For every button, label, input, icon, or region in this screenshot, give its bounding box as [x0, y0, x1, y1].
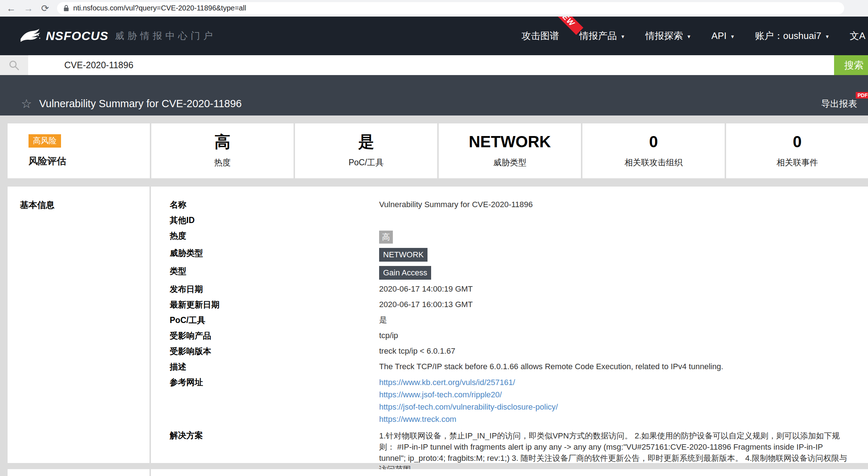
field-value: 是: [379, 315, 387, 325]
nav-item-4[interactable]: API▼: [711, 30, 735, 42]
reference-links: https://www.kb.cert.org/vuls/id/257161/h…: [379, 377, 558, 425]
field-label: 受影响版本: [170, 346, 379, 356]
nav-item-label: 攻击图谱: [522, 30, 559, 42]
summary-card-1: 高风险风险评估: [8, 123, 150, 178]
value-badge: NETWORK: [379, 248, 428, 262]
brand[interactable]: NSFOCUS: [20, 28, 108, 44]
card-label: 相关联攻击组织: [625, 157, 683, 168]
brand-name: NSFOCUS: [46, 29, 108, 43]
field-label: 受影响产品: [170, 331, 379, 341]
nav-item-1[interactable]: 攻击图谱NEW: [522, 30, 559, 42]
field-value: treck tcp/ip < 6.0.1.67: [379, 346, 455, 356]
field-row: 威胁类型NETWORK: [170, 248, 868, 262]
summary-card-4: NETWORK威胁类型: [439, 123, 581, 178]
field-label: 威胁类型: [170, 248, 379, 262]
field-value: 1.针对物联网设备，禁止IP_IN_IP的访问，即类似VPN方式的数据访问。 2…: [379, 430, 849, 475]
risk-level-badge: 高风险: [29, 134, 61, 147]
reference-link[interactable]: https://www.jsof-tech.com/ripple20/: [379, 389, 558, 400]
card-value: NETWORK: [469, 134, 551, 150]
basic-info-panel: 名称Vulnerability Summary for CVE-2020-118…: [151, 187, 868, 463]
nav-menu: 攻击图谱NEW情报产品▼情报探索▼API▼账户：oushuai7▼文A E: [522, 30, 868, 42]
url-bar[interactable]: nti.nsfocus.com/vul?query=CVE-2020-11896…: [57, 2, 844, 14]
summary-card-3: 是PoC/工具: [295, 123, 437, 178]
back-icon[interactable]: ←: [6, 4, 16, 13]
next-section-sidebar: [8, 469, 149, 476]
portal-tagline: 威胁情报中心门户: [115, 30, 216, 42]
value-badge: 高: [379, 231, 393, 244]
field-label: 参考网址: [170, 377, 379, 425]
card-label: 威胁类型: [493, 157, 526, 168]
forward-icon[interactable]: →: [24, 4, 33, 13]
field-label: 解决方案: [170, 430, 379, 475]
search-button[interactable]: 搜索: [834, 55, 868, 75]
card-label: PoC/工具: [348, 157, 383, 168]
export-report-button[interactable]: 导出报表 PDF: [821, 98, 857, 110]
nav-item-label: 情报探索: [645, 30, 683, 42]
field-label: 类型: [170, 266, 379, 280]
section-title: 基本信息: [20, 200, 55, 210]
chevron-down-icon: ▼: [621, 34, 625, 39]
card-value: 0: [649, 134, 658, 150]
chevron-down-icon: ▼: [730, 34, 735, 39]
field-label: 发布日期: [170, 284, 379, 294]
field-row: 名称Vulnerability Summary for CVE-2020-118…: [170, 200, 868, 210]
nav-item-label: 情报产品: [580, 30, 617, 42]
card-value: 是: [358, 134, 374, 150]
field-label: 热度: [170, 231, 379, 244]
chevron-down-icon: ▼: [686, 34, 691, 39]
page-title: Vulnerability Summary for CVE-2020-11896: [39, 98, 242, 110]
card-value: 0: [793, 134, 802, 150]
export-pdf-badge: PDF: [856, 92, 868, 99]
summary-cards: 高风险风险评估高热度是PoC/工具NETWORK威胁类型0相关联攻击组织0相关联…: [8, 123, 868, 178]
field-value: Vulnerability Summary for CVE-2020-11896: [379, 200, 533, 210]
reference-link[interactable]: https://www.kb.cert.org/vuls/id/257161/: [379, 377, 558, 388]
field-label: 其他ID: [170, 215, 379, 225]
nav-item-2[interactable]: 情报产品▼: [580, 30, 625, 42]
reload-icon[interactable]: ⟳: [41, 4, 49, 13]
title-band: ☆ Vulnerability Summary for CVE-2020-118…: [0, 75, 868, 115]
nsfocus-logo-icon: [20, 28, 41, 44]
card-value: 高: [214, 134, 230, 150]
field-label: 名称: [170, 200, 379, 210]
url-text: nti.nsfocus.com/vul?query=CVE-2020-11896…: [73, 4, 246, 12]
card-label: 热度: [214, 157, 231, 168]
next-section-panel: [151, 469, 868, 476]
top-navbar: NSFOCUS 威胁情报中心门户 攻击图谱NEW情报产品▼情报探索▼API▼账户…: [0, 17, 868, 55]
field-row: 受影响产品tcp/ip: [170, 331, 868, 341]
chevron-down-icon: ▼: [825, 34, 830, 39]
field-label: 最新更新日期: [170, 300, 379, 310]
field-row: 描述The Treck TCP/IP stack before 6.0.1.66…: [170, 362, 868, 372]
field-label: 描述: [170, 362, 379, 372]
summary-card-5: 0相关联攻击组织: [582, 123, 725, 178]
search-bar: 搜索: [0, 55, 868, 75]
nav-item-5[interactable]: 账户：oushuai7▼: [755, 30, 829, 42]
reference-link[interactable]: https://jsof-tech.com/vulnerability-disc…: [379, 402, 558, 412]
field-row: 最新更新日期2020-06-17 16:00:13 GMT: [170, 300, 868, 310]
nav-item-3[interactable]: 情报探索▼: [645, 30, 691, 42]
nav-item-label: API: [711, 30, 726, 42]
browser-toolbar: ← → ⟳ nti.nsfocus.com/vul?query=CVE-2020…: [0, 0, 868, 17]
field-value: The Treck TCP/IP stack before 6.0.1.66 a…: [379, 362, 723, 372]
field-row: 类型Gain Access: [170, 266, 868, 280]
field-value: 2020-06-17 16:00:13 GMT: [379, 300, 473, 310]
field-row: 参考网址https://www.kb.cert.org/vuls/id/2571…: [170, 377, 868, 425]
summary-card-2: 高热度: [151, 123, 294, 178]
lock-icon: [64, 5, 69, 12]
favorite-star-icon[interactable]: ☆: [21, 97, 32, 110]
field-row: PoC/工具是: [170, 315, 868, 325]
field-row: 其他ID: [170, 215, 868, 225]
basic-info-sidebar: 基本信息: [8, 187, 149, 463]
translate-icon: 文A E: [850, 30, 868, 42]
reference-link[interactable]: https://www.treck.com: [379, 414, 558, 425]
search-input[interactable]: [28, 55, 834, 75]
search-icon: [9, 60, 19, 71]
field-value: tcp/ip: [379, 331, 398, 341]
search-icon-box: [0, 55, 28, 75]
field-row: 受影响版本treck tcp/ip < 6.0.1.67: [170, 346, 868, 356]
field-row: 发布日期2020-06-17 14:00:19 GMT: [170, 284, 868, 294]
nav-item-6[interactable]: 文A E: [850, 30, 868, 42]
field-row: 解决方案1.针对物联网设备，禁止IP_IN_IP的访问，即类似VPN方式的数据访…: [170, 430, 868, 475]
card-label: 风险评估: [29, 155, 66, 167]
field-label: PoC/工具: [170, 315, 379, 325]
nav-item-label: 账户：oushuai7: [755, 30, 821, 42]
